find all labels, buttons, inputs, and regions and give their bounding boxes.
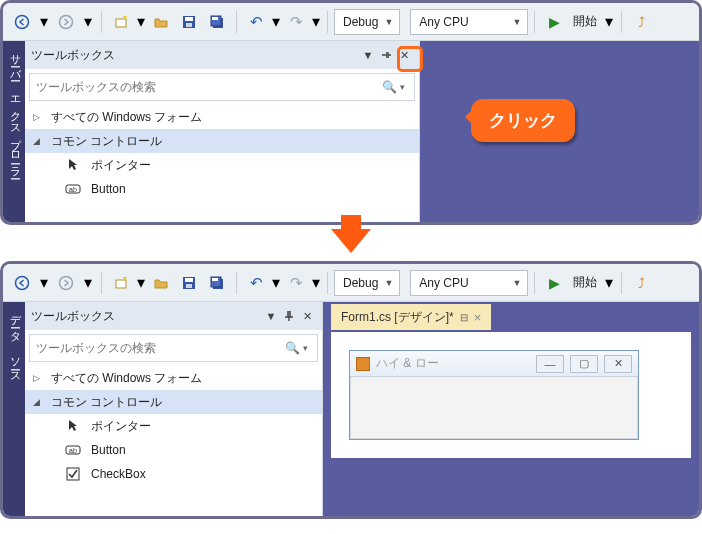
toolbox-group-all-forms[interactable]: ▷すべての Windows フォーム	[25, 105, 419, 129]
undo-icon[interactable]: ↶	[243, 270, 269, 296]
new-caret-icon[interactable]: ▾	[136, 270, 146, 296]
undo-caret-icon[interactable]: ▾	[271, 9, 281, 35]
toolbox-search[interactable]: 🔍 ▾	[29, 334, 318, 362]
start-caret-icon[interactable]: ▾	[603, 9, 615, 35]
nav-fwd-caret-icon[interactable]: ▾	[81, 270, 95, 296]
collapse-icon: ◢	[33, 397, 45, 407]
nav-back-caret-icon[interactable]: ▾	[37, 9, 51, 35]
toolbox-search[interactable]: 🔍 ▾	[29, 73, 415, 101]
toolbox-item-checkbox[interactable]: CheckBox	[25, 462, 322, 486]
toolbox-group-all-forms[interactable]: ▷すべての Windows フォーム	[25, 366, 322, 390]
config-dropdown[interactable]: Debug▼	[334, 9, 400, 35]
nav-fwd-icon[interactable]	[53, 9, 79, 35]
pin-icon[interactable]	[280, 307, 298, 325]
start-icon[interactable]: ▶	[541, 9, 567, 35]
chevron-down-icon[interactable]: ▾	[303, 343, 317, 353]
group-label: コモン コントロール	[51, 133, 162, 150]
toolbox-panel: ツールボックス ▼ ✕ 🔍 ▾ ▷すべての Windows フォーム ◢コモン …	[25, 41, 420, 222]
close-icon[interactable]: ✕	[298, 307, 316, 325]
svg-point-14	[60, 276, 73, 289]
form-window[interactable]: ハイ & ロー ― ▢ ✕	[349, 350, 639, 440]
redo-icon[interactable]: ↷	[283, 9, 309, 35]
open-icon[interactable]	[148, 270, 174, 296]
toolbox-header: ツールボックス ▼ ✕	[25, 41, 419, 69]
toolbox-tree: ▷すべての Windows フォーム ◢コモン コントロール ポインター abB…	[25, 105, 419, 201]
nav-back-icon[interactable]	[9, 270, 35, 296]
toolbar-divider	[534, 272, 535, 294]
pin-icon[interactable]: ⊟	[460, 312, 468, 323]
undo-caret-icon[interactable]: ▾	[271, 270, 281, 296]
nav-back-icon[interactable]	[9, 9, 35, 35]
form-titlebar: ハイ & ロー ― ▢ ✕	[350, 351, 638, 377]
minimize-icon[interactable]: ―	[536, 355, 564, 373]
start-icon[interactable]: ▶	[541, 270, 567, 296]
options-caret-icon[interactable]: ▼	[359, 46, 377, 64]
svg-rect-19	[186, 284, 192, 288]
close-icon[interactable]: ✕	[604, 355, 632, 373]
save-icon[interactable]	[176, 9, 202, 35]
toolbox-search-input[interactable]	[30, 341, 281, 355]
start-caret-icon[interactable]: ▾	[603, 270, 615, 296]
new-project-icon[interactable]	[108, 9, 134, 35]
side-tabs: データ ソース	[3, 302, 25, 516]
platform-dropdown[interactable]: Any CPU▼	[410, 9, 528, 35]
nav-fwd-caret-icon[interactable]: ▾	[81, 9, 95, 35]
toolbar-divider	[327, 11, 328, 33]
start-button[interactable]: 開始	[569, 274, 601, 291]
config-label: Debug	[343, 15, 378, 29]
maximize-icon[interactable]: ▢	[570, 355, 598, 373]
close-icon[interactable]: ✕	[395, 46, 413, 64]
svg-text:ab: ab	[69, 186, 77, 193]
redo-caret-icon[interactable]: ▾	[311, 270, 321, 296]
chevron-down-icon[interactable]: ▾	[400, 82, 414, 92]
platform-dropdown[interactable]: Any CPU▼	[410, 270, 528, 296]
new-project-icon[interactable]	[108, 270, 134, 296]
save-icon[interactable]	[176, 270, 202, 296]
svg-rect-23	[287, 311, 291, 317]
save-all-icon[interactable]	[204, 270, 230, 296]
new-caret-icon[interactable]: ▾	[136, 9, 146, 35]
arrow-down-icon	[331, 229, 371, 253]
toolbox-group-common-controls[interactable]: ◢コモン コントロール	[25, 390, 322, 414]
toolbox-group-common-controls[interactable]: ◢コモン コントロール	[25, 129, 419, 153]
redo-caret-icon[interactable]: ▾	[311, 9, 321, 35]
svg-rect-5	[185, 17, 193, 21]
nav-back-caret-icon[interactable]: ▾	[37, 270, 51, 296]
svg-rect-2	[116, 19, 126, 27]
form-icon	[356, 357, 370, 371]
side-tab-data-sources[interactable]: データ ソース	[8, 308, 23, 510]
options-caret-icon[interactable]: ▼	[262, 307, 280, 325]
designer-canvas[interactable]: ハイ & ロー ― ▢ ✕	[331, 332, 691, 458]
search-icon[interactable]: 🔍	[281, 341, 303, 355]
toolbox-item-pointer[interactable]: ポインター	[25, 414, 322, 438]
nav-fwd-icon[interactable]	[53, 270, 79, 296]
undo-icon[interactable]: ↶	[243, 9, 269, 35]
open-icon[interactable]	[148, 9, 174, 35]
svg-rect-22	[212, 278, 218, 281]
save-all-icon[interactable]	[204, 9, 230, 35]
toolbar-divider	[236, 272, 237, 294]
toolbox-header: ツールボックス ▼ ✕	[25, 302, 322, 330]
toolbox-item-button[interactable]: abButton	[25, 438, 322, 462]
side-tab-server-explorer[interactable]: サーバー エクスプローラー	[8, 47, 23, 216]
launch-icon[interactable]: ⤴	[628, 270, 654, 296]
button-icon: ab	[65, 183, 81, 195]
start-button[interactable]: 開始	[569, 13, 601, 30]
group-label: すべての Windows フォーム	[51, 109, 202, 126]
search-icon[interactable]: 🔍	[378, 80, 400, 94]
close-icon[interactable]: ×	[474, 310, 482, 325]
redo-icon[interactable]: ↷	[283, 270, 309, 296]
toolbox-item-pointer[interactable]: ポインター	[25, 153, 419, 177]
launch-icon[interactable]: ⤴	[628, 9, 654, 35]
platform-label: Any CPU	[419, 276, 468, 290]
toolbar-divider	[101, 272, 102, 294]
svg-rect-9	[212, 17, 218, 20]
toolbox-item-button[interactable]: abButton	[25, 177, 419, 201]
pin-icon[interactable]	[377, 46, 395, 64]
document-tab-label: Form1.cs [デザイン]*	[341, 309, 454, 326]
item-label: Button	[91, 443, 126, 457]
document-tab[interactable]: Form1.cs [デザイン]* ⊟ ×	[331, 304, 491, 330]
toolbox-search-input[interactable]	[30, 80, 378, 94]
config-dropdown[interactable]: Debug▼	[334, 270, 400, 296]
chevron-down-icon: ▼	[512, 17, 521, 27]
